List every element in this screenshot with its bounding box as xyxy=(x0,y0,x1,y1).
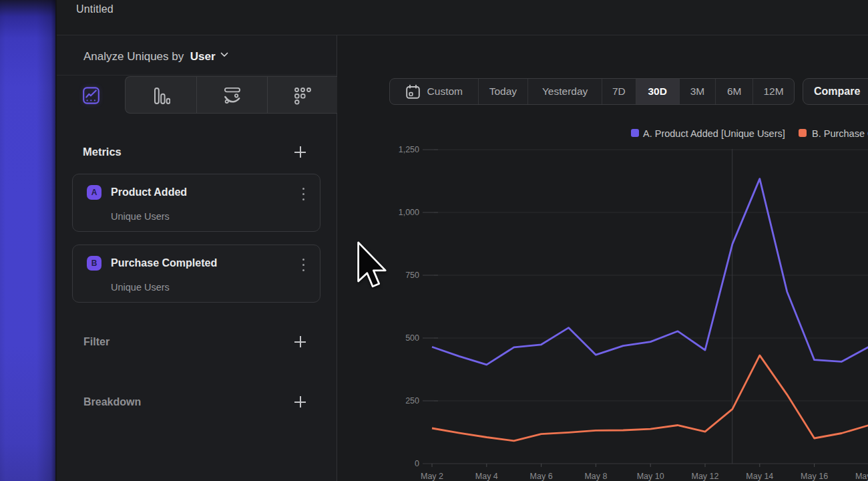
svg-text:May 14: May 14 xyxy=(746,472,773,481)
svg-text:250: 250 xyxy=(405,396,419,406)
svg-text:May 12: May 12 xyxy=(692,472,719,481)
svg-text:1,250: 1,250 xyxy=(399,145,419,154)
svg-text:May 18: May 18 xyxy=(855,472,868,481)
svg-text:May 16: May 16 xyxy=(801,472,828,481)
svg-text:May 10: May 10 xyxy=(637,472,664,481)
svg-text:750: 750 xyxy=(405,271,419,280)
svg-text:May 4: May 4 xyxy=(475,472,498,481)
svg-text:May 6: May 6 xyxy=(530,472,553,481)
svg-text:May 8: May 8 xyxy=(584,472,607,481)
svg-text:500: 500 xyxy=(405,333,419,343)
svg-text:0: 0 xyxy=(415,459,419,468)
svg-text:May 2: May 2 xyxy=(421,472,443,481)
svg-text:1,000: 1,000 xyxy=(399,208,419,217)
